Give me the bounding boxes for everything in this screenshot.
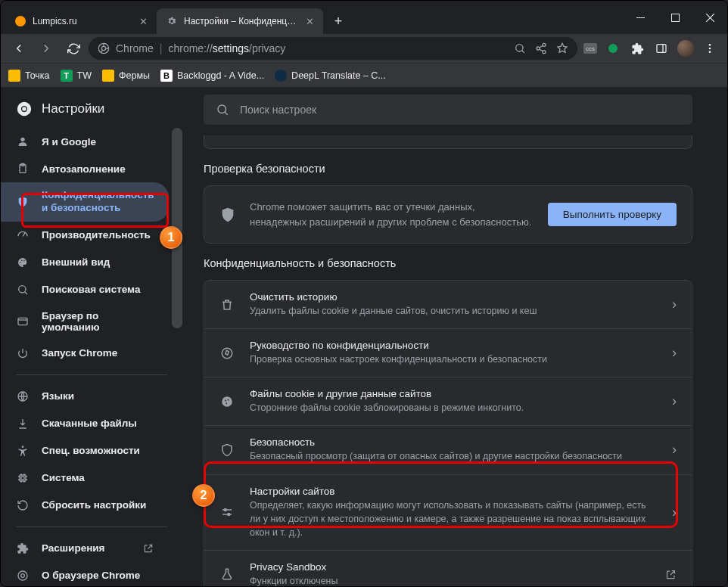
svg-point-20 bbox=[23, 259, 25, 261]
row-sandbox[interactable]: Privacy SandboxФункции отключены bbox=[204, 550, 692, 587]
sidebar-item-performance[interactable]: Производительность bbox=[1, 222, 169, 249]
bookmark-item[interactable]: BBackloggd - A Vide... bbox=[160, 70, 264, 82]
close-window-button[interactable] bbox=[692, 1, 727, 34]
chevron-right-icon: › bbox=[672, 345, 677, 361]
forward-button[interactable] bbox=[34, 36, 58, 61]
svg-point-33 bbox=[225, 399, 226, 401]
bookmark-item[interactable]: DeepL Translate – C... bbox=[275, 70, 386, 82]
tab-lumpics[interactable]: Lumpics.ru ✕ bbox=[5, 8, 157, 34]
svg-point-25 bbox=[22, 446, 24, 448]
svg-point-5 bbox=[543, 43, 546, 46]
window-controls bbox=[623, 1, 727, 34]
bookmark-item[interactable]: TTW bbox=[61, 70, 92, 82]
extension-icons: ccs bbox=[580, 40, 721, 57]
svg-point-28 bbox=[18, 571, 27, 580]
chrome-icon bbox=[16, 101, 33, 117]
omnibox-scheme: Chrome bbox=[116, 42, 154, 54]
back-button[interactable] bbox=[7, 36, 31, 61]
row-cookies[interactable]: Файлы cookie и другие данные сайтовСторо… bbox=[204, 377, 692, 425]
svg-point-35 bbox=[226, 402, 227, 404]
svg-rect-8 bbox=[657, 45, 666, 53]
safety-section-title: Проверка безопасности bbox=[204, 163, 720, 175]
sidebar-item-you-google[interactable]: Я и Google bbox=[1, 128, 169, 155]
menu-button[interactable] bbox=[702, 40, 718, 57]
row-security[interactable]: БезопасностьБезопасный просмотр (защита … bbox=[204, 425, 692, 474]
row-site-settings[interactable]: Настройки сайтовОпределяет, какую информ… bbox=[204, 474, 692, 550]
flask-icon bbox=[219, 567, 235, 582]
tab-settings[interactable]: Настройки – Конфиденциально... ✕ bbox=[157, 8, 323, 34]
svg-point-10 bbox=[709, 44, 711, 46]
close-icon[interactable]: ✕ bbox=[303, 15, 316, 27]
share-icon[interactable] bbox=[535, 42, 547, 54]
safety-description: Chrome поможет защитить вас от утечки да… bbox=[250, 200, 534, 229]
search-icon bbox=[216, 103, 229, 116]
svg-rect-27 bbox=[21, 477, 24, 480]
extensions-icon[interactable] bbox=[629, 40, 646, 57]
new-tab-button[interactable]: + bbox=[328, 11, 349, 32]
chip-icon bbox=[16, 471, 30, 485]
svg-rect-0 bbox=[636, 17, 645, 18]
minimize-button[interactable] bbox=[623, 1, 658, 34]
close-icon[interactable]: ✕ bbox=[137, 15, 149, 27]
compass-icon bbox=[219, 346, 235, 361]
settings-search[interactable]: Поиск настроек bbox=[204, 95, 692, 125]
browser-icon bbox=[16, 315, 30, 328]
address-bar: Chrome | chrome://settings/privacy ccs bbox=[1, 34, 727, 63]
sidebar-item-privacy[interactable]: Конфиденциальность и безопасность bbox=[1, 182, 169, 222]
row-privacy-guide[interactable]: Руководство по конфиденциальностиПроверк… bbox=[204, 328, 692, 377]
maximize-button[interactable] bbox=[658, 1, 692, 34]
ext-icon[interactable]: ccs bbox=[583, 43, 597, 54]
sidebar-item-extensions[interactable]: Расширения bbox=[1, 535, 169, 562]
sliders-icon bbox=[219, 505, 235, 520]
trash-icon bbox=[219, 297, 235, 312]
sidebar-item-system[interactable]: Система bbox=[1, 464, 169, 492]
bookmark-item[interactable]: Точка bbox=[8, 70, 50, 82]
sidebar-item-search-engine[interactable]: Поисковая система bbox=[1, 276, 169, 303]
bookmark-item[interactable]: Фермы bbox=[102, 70, 150, 82]
sidebar-item-appearance[interactable]: Внешний вид bbox=[1, 249, 169, 276]
power-icon bbox=[16, 346, 30, 360]
reload-button[interactable] bbox=[61, 36, 86, 61]
search-icon bbox=[16, 283, 30, 297]
side-panel-icon[interactable] bbox=[653, 40, 670, 57]
svg-point-21 bbox=[19, 285, 26, 292]
sidebar-item-about[interactable]: О браузере Chrome bbox=[1, 562, 169, 587]
annotation-marker-1: 1 bbox=[160, 226, 182, 249]
favicon-lumpics bbox=[14, 15, 26, 27]
sidebar-item-reset[interactable]: Сбросить настройки bbox=[1, 492, 169, 519]
omnibox-url: chrome://settings/privacy bbox=[168, 42, 285, 54]
download-icon bbox=[16, 417, 30, 430]
external-link-icon bbox=[143, 543, 154, 554]
row-clear-history[interactable]: Очистить историюУдалить файлы cookie и д… bbox=[204, 281, 692, 328]
run-check-button[interactable]: Выполнить проверку bbox=[548, 203, 677, 226]
person-icon bbox=[16, 135, 30, 148]
sidebar-item-autofill[interactable]: Автозаполнение bbox=[1, 155, 169, 182]
palette-icon bbox=[16, 256, 30, 269]
bookmark-icon[interactable] bbox=[556, 42, 568, 54]
svg-point-15 bbox=[22, 107, 26, 111]
sidebar-item-default[interactable]: Браузер по умолчанию bbox=[1, 303, 169, 340]
ext-icon[interactable] bbox=[605, 40, 621, 57]
sidebar-item-startup[interactable]: Запуск Chrome bbox=[1, 340, 169, 367]
chevron-right-icon: › bbox=[672, 297, 677, 312]
chrome-icon bbox=[16, 569, 30, 582]
sidebar-item-downloads[interactable]: Скачанные файлы bbox=[1, 410, 169, 437]
svg-point-18 bbox=[20, 262, 21, 263]
svg-point-12 bbox=[709, 51, 711, 53]
bookmarks-bar: Точка TTW Фермы BBackloggd - A Vide... D… bbox=[1, 63, 727, 87]
omnibox[interactable]: Chrome | chrome://settings/privacy bbox=[89, 37, 577, 60]
a11y-icon bbox=[16, 444, 30, 458]
sidebar-item-a11y[interactable]: Спец. возможности bbox=[1, 437, 169, 464]
settings-header: Настройки bbox=[1, 87, 182, 128]
avatar[interactable] bbox=[677, 40, 694, 57]
search-icon[interactable] bbox=[514, 42, 526, 54]
shield-icon bbox=[219, 207, 236, 223]
cookie-icon bbox=[219, 394, 235, 409]
chevron-right-icon: › bbox=[672, 442, 677, 458]
clipboard-icon bbox=[16, 162, 30, 175]
external-link-icon bbox=[665, 569, 677, 580]
gear-icon bbox=[166, 15, 178, 27]
privacy-card: Очистить историюУдалить файлы cookie и д… bbox=[204, 280, 692, 587]
sidebar-item-languages[interactable]: Языки bbox=[1, 383, 169, 410]
speed-icon bbox=[16, 228, 30, 242]
